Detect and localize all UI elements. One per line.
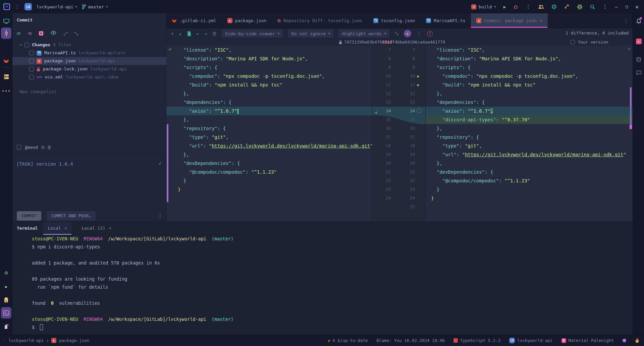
code-line[interactable]: } <box>426 185 633 194</box>
commit-message-input[interactable]: [TASK] version 1.0.4 <box>16 161 73 167</box>
code-line[interactable]: "devDependencies": { <box>166 159 372 168</box>
eye-icon[interactable] <box>51 31 56 35</box>
changed-file-row[interactable]: </>vcs.xmllvckyworld-api\.idea <box>12 73 166 81</box>
code-line[interactable]: }, <box>426 89 633 98</box>
status-project-breadcrumb[interactable]: lvckyworld-api <box>9 338 44 343</box>
database-tool-button[interactable] <box>633 54 644 64</box>
terminal-tab[interactable]: Local✕ <box>43 222 72 235</box>
file-checkbox[interactable] <box>29 59 34 63</box>
code-line[interactable]: } <box>166 176 372 185</box>
code-line[interactable]: "discord-api-types": "^0.37.70" <box>426 115 633 124</box>
code-with-me-users-icon[interactable] <box>538 4 544 9</box>
flame-icon[interactable] <box>635 338 639 343</box>
changes-root-row[interactable]: ▾ Changes 4 files <box>12 41 166 49</box>
debug-button[interactable] <box>513 4 518 9</box>
sync-scroll-toggle[interactable]: ⊣⊢ <box>404 30 411 37</box>
new-changelist-label[interactable]: New changelist <box>20 89 57 94</box>
sidebar-item-problems[interactable] <box>0 321 12 332</box>
terminal-title[interactable]: Terminal <box>17 226 38 231</box>
terminal-output[interactable]: stoss@PC-IVEN-NEU MINGW64 /w/Workspace/[… <box>15 235 631 335</box>
close-tab-icon[interactable]: ✕ <box>109 226 111 230</box>
collapse-all-icon[interactable]: ⤡ <box>74 31 78 37</box>
code-line[interactable]: "dependencies": { <box>426 98 633 107</box>
jump-to-source-icon[interactable] <box>187 31 191 36</box>
editor-tab[interactable]: TStsconfig.json <box>368 13 421 28</box>
sidebar-item-services[interactable] <box>0 71 12 82</box>
code-line[interactable]: } <box>166 185 372 194</box>
sidebar-item-settings[interactable]: ⚙ <box>0 267 12 278</box>
code-line[interactable]: }, <box>166 89 372 98</box>
code-line[interactable] <box>426 203 633 211</box>
amend-checkbox[interactable] <box>17 145 21 150</box>
code-line[interactable]: "description": "Marina API SDK for Node.… <box>166 54 372 63</box>
project-avatar[interactable]: LA <box>24 3 32 10</box>
restore-button[interactable]: ❐ <box>625 4 628 9</box>
file-checkbox[interactable] <box>29 51 34 55</box>
code-line[interactable]: "build": "npm install && npx tsc" <box>426 80 633 89</box>
commit-message-box[interactable]: [TASK] version 1.0.4 ✓ <box>12 154 166 207</box>
collapse-unchanged-icon[interactable]: ⤡ <box>395 31 398 36</box>
main-menu-icon[interactable]: ⋮ <box>15 4 20 10</box>
status-file-breadcrumb[interactable]: package.json <box>59 338 89 343</box>
mention-icon[interactable]: @ <box>48 145 50 150</box>
changed-file-row[interactable]: TSMarinaAPI.tslvckyworld-api\src <box>12 49 166 57</box>
status-indicator-dot[interactable] <box>623 339 626 342</box>
viewer-mode-dropdown[interactable]: Side-by-side viewer ▼ <box>222 30 283 38</box>
run-script-icon[interactable]: ▶ <box>417 81 420 90</box>
terminal-tab[interactable]: Local (2)✕ <box>77 222 116 235</box>
editor-tab[interactable]: TSMarinaAPI.ts <box>421 13 471 28</box>
notifications-button[interactable] <box>633 16 644 26</box>
your-version-checkbox[interactable] <box>571 40 575 44</box>
commit-options-icon[interactable]: ⋮ <box>158 213 163 219</box>
code-line[interactable]: "type": "git", <box>426 141 633 150</box>
close-tab-icon[interactable]: ✕ <box>540 18 542 23</box>
diff-left-pane[interactable]: ✓✓ "license": "ISC", "description": "Mar… <box>166 46 372 222</box>
blame-widget[interactable]: Blame: You 16.02.2024 18:46 <box>377 338 445 343</box>
code-line[interactable]: }, <box>166 115 372 124</box>
highlight-mode-dropdown[interactable]: Highlight words ▼ <box>339 30 389 38</box>
file-checkbox[interactable] <box>29 67 34 71</box>
ai-assistant-button[interactable]: ✦ <box>633 36 644 46</box>
code-line[interactable]: "@compodoc/compodoc": "^1.1.23" <box>426 176 633 185</box>
build-tools-icon[interactable] <box>564 4 570 9</box>
changed-file-row[interactable]: package-lock.jsonlvckyworld-api <box>12 65 166 73</box>
more-actions-icon[interactable]: ⋮ <box>602 4 607 10</box>
code-line[interactable]: "dependencies": { <box>166 98 372 107</box>
code-line[interactable]: "axios": "^1.6.7", <box>426 107 633 115</box>
code-line[interactable]: "build": "npm install && npx tsc" <box>166 80 372 89</box>
code-line[interactable]: "scripts": { <box>166 63 372 72</box>
code-line[interactable]: "compodoc": "npx compodoc -p tsconfig.do… <box>426 72 633 80</box>
next-difference-icon[interactable]: ↓ <box>179 31 182 36</box>
file-list-icon[interactable]: ☰ <box>212 31 216 36</box>
run-config-selector[interactable]: n build ▼ <box>471 4 496 9</box>
sidebar-item-structure[interactable] <box>0 15 12 27</box>
editor-tab[interactable]: nCommit: package.json✕ <box>471 13 548 28</box>
prev-file-icon[interactable]: ← <box>197 31 199 36</box>
history-clock-icon[interactable]: ◷ <box>41 144 44 150</box>
code-line[interactable]: }, <box>426 124 633 133</box>
commit-and-push-button[interactable]: COMMIT AND PUSH… <box>47 211 96 221</box>
code-line[interactable]: "scripts": { <box>426 63 633 72</box>
file-checkbox[interactable] <box>29 75 34 79</box>
sidebar-item-run[interactable]: ▶ <box>0 281 12 292</box>
close-tab-icon[interactable]: ✕ <box>65 226 67 230</box>
code-line[interactable]: "description": "Marina API SDK for Node.… <box>426 54 633 63</box>
tab-options-icon[interactable]: ⋮ <box>624 18 629 24</box>
code-line[interactable]: }, <box>426 159 633 168</box>
sidebar-item-database[interactable] <box>0 294 12 306</box>
diff-editor[interactable]: ✓✓ "license": "ISC", "description": "Mar… <box>166 46 633 222</box>
prev-difference-icon[interactable]: ↑ <box>171 31 174 36</box>
whitespace-dropdown[interactable]: Do not ignore ▼ <box>288 30 333 38</box>
diff-right-pane[interactable]: ✓ "license": "ISC", "description": "Mari… <box>425 46 633 222</box>
sidebar-item-commit[interactable] <box>0 27 12 39</box>
sidebar-item-gitlab[interactable] <box>0 55 12 66</box>
rollback-icon[interactable]: ⟲ <box>28 31 32 37</box>
code-line[interactable]: "compodoc": "npx compodoc -p tsconfig.do… <box>166 72 372 80</box>
project-selector[interactable]: lvckyworld-api ▼ <box>37 4 77 9</box>
editor-tab[interactable]: npackage.json <box>222 13 272 28</box>
editor-tab[interactable]: ⧉Repository Diff: tsconfig.json <box>272 13 368 28</box>
run-more-icon[interactable]: ⋮ <box>526 4 531 10</box>
assistant-chat-button[interactable] <box>633 68 644 78</box>
code-line[interactable]: }, <box>166 150 372 159</box>
code-line[interactable] <box>166 194 372 203</box>
